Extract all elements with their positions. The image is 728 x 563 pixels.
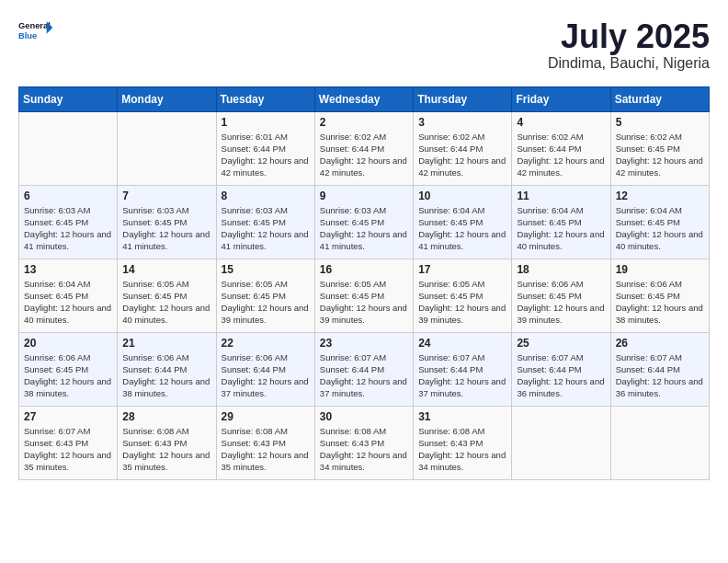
calendar-cell: 5Sunrise: 6:02 AM Sunset: 6:45 PM Daylig… <box>610 111 709 185</box>
day-info: Sunrise: 6:05 AM Sunset: 6:45 PM Dayligh… <box>418 278 506 327</box>
page-header: General Blue July 2025 Dindima, Bauchi, … <box>18 18 710 72</box>
calendar-week-1: 1Sunrise: 6:01 AM Sunset: 6:44 PM Daylig… <box>19 111 710 185</box>
calendar-cell: 17Sunrise: 6:05 AM Sunset: 6:45 PM Dayli… <box>414 259 512 332</box>
calendar-cell: 9Sunrise: 6:03 AM Sunset: 6:45 PM Daylig… <box>314 185 413 259</box>
day-number: 6 <box>24 190 112 202</box>
calendar-cell: 14Sunrise: 6:05 AM Sunset: 6:45 PM Dayli… <box>118 259 216 332</box>
calendar-cell: 22Sunrise: 6:06 AM Sunset: 6:44 PM Dayli… <box>216 332 314 406</box>
day-number: 26 <box>616 337 704 350</box>
day-info: Sunrise: 6:04 AM Sunset: 6:45 PM Dayligh… <box>517 204 605 253</box>
calendar-cell: 3Sunrise: 6:02 AM Sunset: 6:44 PM Daylig… <box>414 111 512 185</box>
day-number: 23 <box>320 337 408 350</box>
weekday-header-friday: Friday <box>512 86 610 111</box>
weekday-header-thursday: Thursday <box>414 86 512 111</box>
calendar-table: SundayMondayTuesdayWednesdayThursdayFrid… <box>18 86 710 480</box>
weekday-header-saturday: Saturday <box>610 86 709 111</box>
calendar-cell: 13Sunrise: 6:04 AM Sunset: 6:45 PM Dayli… <box>19 259 118 332</box>
calendar-cell <box>610 406 709 479</box>
day-info: Sunrise: 6:07 AM Sunset: 6:44 PM Dayligh… <box>517 351 605 400</box>
day-number: 2 <box>320 116 408 129</box>
calendar-cell: 29Sunrise: 6:08 AM Sunset: 6:43 PM Dayli… <box>216 406 314 479</box>
day-info: Sunrise: 6:02 AM Sunset: 6:44 PM Dayligh… <box>517 131 605 179</box>
calendar-cell <box>19 111 118 185</box>
calendar-cell: 10Sunrise: 6:04 AM Sunset: 6:45 PM Dayli… <box>414 185 512 259</box>
day-number: 17 <box>418 263 506 276</box>
day-info: Sunrise: 6:04 AM Sunset: 6:45 PM Dayligh… <box>418 204 506 253</box>
calendar-cell: 28Sunrise: 6:08 AM Sunset: 6:43 PM Dayli… <box>118 406 216 479</box>
day-info: Sunrise: 6:07 AM Sunset: 6:44 PM Dayligh… <box>320 351 408 400</box>
day-number: 11 <box>517 190 605 202</box>
day-info: Sunrise: 6:06 AM Sunset: 6:44 PM Dayligh… <box>122 351 210 400</box>
day-info: Sunrise: 6:08 AM Sunset: 6:43 PM Dayligh… <box>320 425 408 474</box>
day-number: 25 <box>517 337 605 350</box>
day-info: Sunrise: 6:04 AM Sunset: 6:45 PM Dayligh… <box>24 278 112 327</box>
weekday-header-wednesday: Wednesday <box>314 86 413 111</box>
day-info: Sunrise: 6:03 AM Sunset: 6:45 PM Dayligh… <box>222 204 310 253</box>
day-number: 1 <box>222 116 310 129</box>
day-info: Sunrise: 6:07 AM Sunset: 6:43 PM Dayligh… <box>24 425 112 474</box>
calendar-week-5: 27Sunrise: 6:07 AM Sunset: 6:43 PM Dayli… <box>19 406 710 479</box>
calendar-week-2: 6Sunrise: 6:03 AM Sunset: 6:45 PM Daylig… <box>19 185 710 259</box>
calendar-cell: 31Sunrise: 6:08 AM Sunset: 6:43 PM Dayli… <box>414 406 512 479</box>
calendar-cell: 12Sunrise: 6:04 AM Sunset: 6:45 PM Dayli… <box>610 185 709 259</box>
day-info: Sunrise: 6:06 AM Sunset: 6:45 PM Dayligh… <box>24 351 112 400</box>
day-info: Sunrise: 6:04 AM Sunset: 6:45 PM Dayligh… <box>616 204 704 253</box>
day-number: 21 <box>122 337 210 350</box>
calendar-cell: 7Sunrise: 6:03 AM Sunset: 6:45 PM Daylig… <box>118 185 216 259</box>
day-number: 28 <box>122 410 210 423</box>
day-number: 24 <box>418 337 506 350</box>
calendar-cell: 6Sunrise: 6:03 AM Sunset: 6:45 PM Daylig… <box>19 185 118 259</box>
day-info: Sunrise: 6:05 AM Sunset: 6:45 PM Dayligh… <box>122 278 210 327</box>
day-info: Sunrise: 6:06 AM Sunset: 6:44 PM Dayligh… <box>222 351 310 400</box>
weekday-header-monday: Monday <box>118 86 216 111</box>
day-number: 10 <box>418 190 506 202</box>
logo-icon: General Blue <box>18 18 55 44</box>
day-number: 31 <box>418 410 506 423</box>
svg-text:General: General <box>18 21 51 30</box>
calendar-cell: 19Sunrise: 6:06 AM Sunset: 6:45 PM Dayli… <box>610 259 709 332</box>
location: Dindima, Bauchi, Nigeria <box>548 55 710 72</box>
calendar-cell: 27Sunrise: 6:07 AM Sunset: 6:43 PM Dayli… <box>19 406 118 479</box>
day-info: Sunrise: 6:03 AM Sunset: 6:45 PM Dayligh… <box>24 204 112 253</box>
weekday-header-sunday: Sunday <box>19 86 118 111</box>
day-info: Sunrise: 6:05 AM Sunset: 6:45 PM Dayligh… <box>320 278 408 327</box>
day-info: Sunrise: 6:06 AM Sunset: 6:45 PM Dayligh… <box>616 278 704 327</box>
day-info: Sunrise: 6:08 AM Sunset: 6:43 PM Dayligh… <box>222 425 310 474</box>
day-number: 8 <box>222 190 310 202</box>
day-info: Sunrise: 6:03 AM Sunset: 6:45 PM Dayligh… <box>320 204 408 253</box>
calendar-cell <box>118 111 216 185</box>
day-info: Sunrise: 6:05 AM Sunset: 6:45 PM Dayligh… <box>222 278 310 327</box>
calendar-cell: 21Sunrise: 6:06 AM Sunset: 6:44 PM Dayli… <box>118 332 216 406</box>
calendar-week-4: 20Sunrise: 6:06 AM Sunset: 6:45 PM Dayli… <box>19 332 710 406</box>
calendar-cell: 24Sunrise: 6:07 AM Sunset: 6:44 PM Dayli… <box>414 332 512 406</box>
day-number: 22 <box>222 337 310 350</box>
calendar-cell <box>512 406 610 479</box>
calendar-cell: 23Sunrise: 6:07 AM Sunset: 6:44 PM Dayli… <box>314 332 413 406</box>
day-number: 7 <box>122 190 210 202</box>
calendar-cell: 26Sunrise: 6:07 AM Sunset: 6:44 PM Dayli… <box>610 332 709 406</box>
calendar-cell: 15Sunrise: 6:05 AM Sunset: 6:45 PM Dayli… <box>216 259 314 332</box>
calendar-cell: 4Sunrise: 6:02 AM Sunset: 6:44 PM Daylig… <box>512 111 610 185</box>
day-info: Sunrise: 6:02 AM Sunset: 6:44 PM Dayligh… <box>320 131 408 179</box>
day-info: Sunrise: 6:08 AM Sunset: 6:43 PM Dayligh… <box>122 425 210 474</box>
day-info: Sunrise: 6:08 AM Sunset: 6:43 PM Dayligh… <box>418 425 506 474</box>
day-info: Sunrise: 6:02 AM Sunset: 6:45 PM Dayligh… <box>616 131 704 179</box>
calendar-cell: 25Sunrise: 6:07 AM Sunset: 6:44 PM Dayli… <box>512 332 610 406</box>
day-info: Sunrise: 6:07 AM Sunset: 6:44 PM Dayligh… <box>616 351 704 400</box>
day-number: 30 <box>320 410 408 423</box>
day-number: 29 <box>222 410 310 423</box>
day-number: 19 <box>616 263 704 276</box>
calendar-cell: 11Sunrise: 6:04 AM Sunset: 6:45 PM Dayli… <box>512 185 610 259</box>
day-info: Sunrise: 6:01 AM Sunset: 6:44 PM Dayligh… <box>222 131 310 179</box>
calendar-cell: 8Sunrise: 6:03 AM Sunset: 6:45 PM Daylig… <box>216 185 314 259</box>
day-number: 13 <box>24 263 112 276</box>
day-info: Sunrise: 6:06 AM Sunset: 6:45 PM Dayligh… <box>517 278 605 327</box>
day-number: 20 <box>24 337 112 350</box>
calendar-cell: 1Sunrise: 6:01 AM Sunset: 6:44 PM Daylig… <box>216 111 314 185</box>
title-section: July 2025 Dindima, Bauchi, Nigeria <box>548 18 710 72</box>
day-number: 14 <box>122 263 210 276</box>
day-number: 16 <box>320 263 408 276</box>
calendar-cell: 16Sunrise: 6:05 AM Sunset: 6:45 PM Dayli… <box>314 259 413 332</box>
calendar-cell: 20Sunrise: 6:06 AM Sunset: 6:45 PM Dayli… <box>19 332 118 406</box>
calendar-cell: 2Sunrise: 6:02 AM Sunset: 6:44 PM Daylig… <box>314 111 413 185</box>
